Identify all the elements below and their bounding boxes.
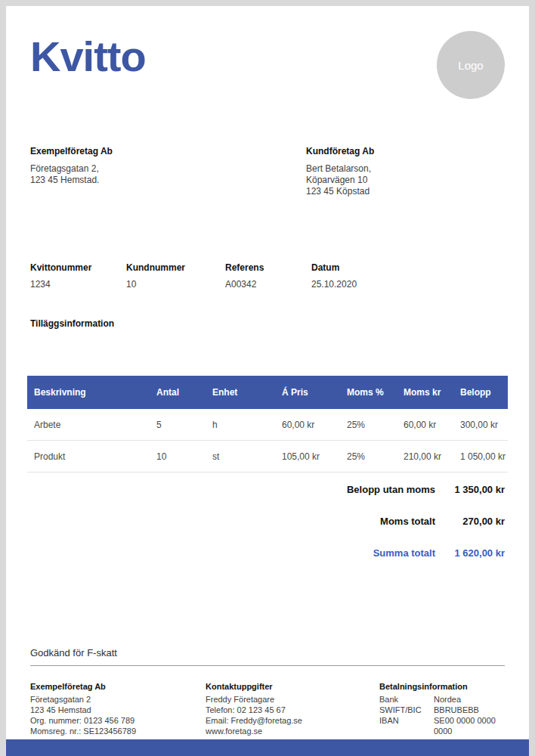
cell-a-pris: 105,00 kr: [282, 451, 347, 462]
payment-row: Bank Nordea: [379, 694, 505, 705]
header-cell-belopp: Belopp: [460, 387, 508, 398]
meta-value: 25.10.2020: [311, 279, 505, 290]
table-row: Arbete 5 h 60,00 kr 25% 60,00 kr 300,00 …: [27, 409, 508, 441]
total-row-grand: Summa totalt 1 620,00 kr: [30, 547, 505, 559]
meta-value: 1234: [30, 279, 126, 290]
footer-line: Telefon: 02 123 45 67: [206, 705, 379, 715]
cell-a-pris: 60,00 kr: [282, 420, 347, 430]
footer-line: Org. nummer: 0123 456 789: [30, 715, 206, 726]
receipt-meta-row: Kvittonummer 1234 Kundnummer 10 Referens…: [30, 262, 505, 290]
payment-row: SWIFT/BIC BBRUBEBB: [379, 705, 505, 715]
meta-label: Kundnummer: [126, 262, 225, 274]
meta-field-kvittonummer: Kvittonummer 1234: [30, 262, 126, 290]
footer-line: www.foretag.se: [206, 726, 379, 736]
cell-antal: 5: [156, 420, 212, 430]
buyer-address-block: Kundföretag Ab Bert Betalarson, Köparväg…: [306, 146, 505, 197]
bottom-accent-bar: [0, 739, 535, 756]
footer-heading: Kontaktuppgifter: [206, 681, 379, 692]
receipt-page: Kvitto Logo Exempelföretag Ab Företagsga…: [0, 0, 535, 756]
logo-placeholder: Logo: [437, 31, 505, 99]
header-cell-moms-kr: Moms kr: [404, 387, 460, 398]
cell-belopp: 300,00 kr: [460, 420, 508, 430]
logo-label: Logo: [458, 59, 483, 72]
payment-label: Bank: [379, 694, 434, 705]
cell-antal: 10: [156, 451, 212, 462]
total-label: Moms totalt: [380, 516, 435, 527]
cell-beskrivning: Produkt: [34, 451, 156, 462]
header-cell-moms-pct: Moms %: [347, 387, 404, 398]
meta-label: Datum: [311, 262, 505, 274]
payment-value: BBRUBEBB: [434, 705, 505, 715]
table-row: Produkt 10 st 105,00 kr 25% 210,00 kr 1 …: [27, 441, 508, 472]
footer-line: Freddy Företagare: [206, 694, 379, 705]
footer-section: Exempelföretag Ab Företagsgatan 2 123 45…: [30, 681, 505, 736]
footer-line: 123 45 Hemstad: [30, 705, 206, 715]
meta-label: Kvittonummer: [30, 262, 126, 274]
footer-heading: Betalningsinformation: [379, 681, 505, 692]
seller-address-line: 123 45 Hemstad.: [30, 175, 306, 186]
seller-name: Exempelföretag Ab: [30, 146, 306, 156]
buyer-address-line: Bert Betalarson,: [306, 163, 505, 175]
items-table-header-row: Beskrivning Antal Enhet Á Pris Moms % Mo…: [27, 376, 508, 409]
total-label: Belopp utan moms: [347, 484, 435, 495]
footer-company-column: Exempelföretag Ab Företagsgatan 2 123 45…: [30, 681, 206, 736]
address-section: Exempelföretag Ab Företagsgatan 2, 123 4…: [30, 146, 505, 197]
cell-enhet: st: [212, 451, 282, 462]
footer-line: Företagsgatan 2: [30, 694, 206, 705]
meta-value: 10: [126, 279, 225, 290]
cell-beskrivning: Arbete: [34, 420, 156, 430]
total-value: 270,00 kr: [435, 516, 505, 527]
payment-row: IBAN SE00 0000 0000 0000: [379, 715, 505, 736]
header-cell-antal: Antal: [156, 387, 212, 398]
buyer-name: Kundföretag Ab: [306, 146, 505, 156]
meta-field-referens: Referens A00342: [225, 262, 311, 290]
meta-label: Referens: [225, 262, 311, 274]
document-header: Kvitto Logo: [30, 31, 505, 99]
header-cell-beskrivning: Beskrivning: [34, 387, 156, 398]
footer-heading: Exempelföretag Ab: [30, 681, 206, 692]
header-cell-enhet: Enhet: [212, 387, 282, 398]
total-value: 1 620,00 kr: [435, 547, 505, 559]
items-table: Beskrivning Antal Enhet Á Pris Moms % Mo…: [27, 376, 508, 472]
payment-label: IBAN: [379, 715, 434, 736]
footer-line: Momsreg. nr.: SE123456789: [30, 726, 206, 736]
seller-address-line: Företagsgatan 2,: [30, 163, 306, 175]
tax-note: Godkänd för F-skatt: [30, 647, 505, 659]
buyer-address-line: Köparvägen 10: [306, 175, 505, 186]
total-value: 1 350,00 kr: [435, 484, 505, 495]
header-cell-a-pris: Á Pris: [282, 387, 347, 398]
footer-line: Email: Freddy@foretag.se: [206, 715, 379, 726]
buyer-address-line: 123 45 Köpstad: [306, 186, 505, 197]
total-row-vat: Moms totalt 270,00 kr: [30, 516, 505, 527]
page-title: Kvitto: [30, 36, 146, 78]
total-row-net: Belopp utan moms 1 350,00 kr: [30, 484, 505, 495]
cell-moms-kr: 210,00 kr: [404, 451, 460, 462]
footer-payment-column: Betalningsinformation Bank Nordea SWIFT/…: [379, 681, 505, 736]
cell-moms-pct: 25%: [347, 420, 404, 430]
payment-value: SE00 0000 0000 0000: [434, 715, 505, 736]
cell-moms-kr: 60,00 kr: [404, 420, 460, 430]
meta-value: A00342: [225, 279, 311, 290]
additional-info-heading: Tilläggsinformation: [30, 318, 505, 330]
meta-field-kundnummer: Kundnummer 10: [126, 262, 225, 290]
seller-address-block: Exempelföretag Ab Företagsgatan 2, 123 4…: [30, 146, 306, 197]
cell-belopp: 1 050,00 kr: [460, 451, 508, 462]
payment-label: SWIFT/BIC: [379, 705, 434, 715]
total-label: Summa totalt: [373, 547, 435, 559]
footer-contact-column: Kontaktuppgifter Freddy Företagare Telef…: [206, 681, 379, 736]
footer-divider: [30, 665, 505, 666]
meta-field-datum: Datum 25.10.2020: [311, 262, 505, 290]
totals-section: Belopp utan moms 1 350,00 kr Moms totalt…: [30, 484, 505, 559]
payment-value: Nordea: [434, 694, 505, 705]
cell-moms-pct: 25%: [347, 451, 404, 462]
cell-enhet: h: [212, 420, 282, 430]
